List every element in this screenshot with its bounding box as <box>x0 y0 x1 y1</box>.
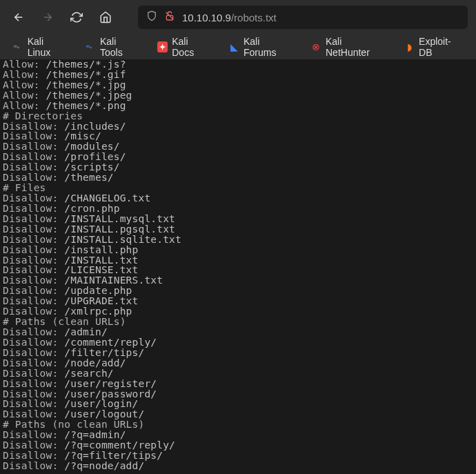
bookmark-label: Kali Linux <box>28 36 69 58</box>
home-icon <box>99 11 112 23</box>
exploit-icon: ◗ <box>404 41 415 52</box>
arrow-right-icon <box>41 11 54 23</box>
doc-icon: ✦ <box>157 41 168 52</box>
browser-toolbar: 10.10.10.9/robots.txt <box>0 0 476 34</box>
lock-insecure-icon <box>164 10 175 24</box>
dragon-icon: ᯓ <box>12 41 23 52</box>
home-button[interactable] <box>95 7 116 28</box>
hunter-icon: ⊗ <box>310 41 321 52</box>
bookmark-label: Kali Docs <box>172 36 212 58</box>
bookmark-kali-nethunter[interactable]: ⊗ Kali NetHunter <box>305 33 393 61</box>
bookmark-exploit-db[interactable]: ◗ Exploit-DB <box>398 33 469 61</box>
forum-icon: ◣ <box>228 41 239 52</box>
bookmark-kali-forums[interactable]: ◣ Kali Forums <box>223 33 299 61</box>
bookmarks-bar: ᯓ Kali Linux ᯓ Kali Tools ✦ Kali Docs ◣ … <box>0 34 476 59</box>
reload-button[interactable] <box>66 7 87 28</box>
url-bar[interactable]: 10.10.10.9/robots.txt <box>138 6 468 29</box>
bookmark-label: Exploit-DB <box>419 36 464 58</box>
forward-button[interactable] <box>37 7 58 28</box>
arrow-left-icon <box>12 11 25 23</box>
page-content: Allow: /themes/*.js? Allow: /themes/*.gi… <box>0 59 476 471</box>
bookmark-kali-tools[interactable]: ᯓ Kali Tools <box>79 33 146 61</box>
dragon-icon: ᯓ <box>85 41 96 52</box>
back-button[interactable] <box>8 7 29 28</box>
shield-icon <box>146 10 157 24</box>
url-text: 10.10.10.9/robots.txt <box>182 12 277 23</box>
reload-icon <box>70 11 83 23</box>
bookmark-label: Kali Forums <box>244 36 294 58</box>
bookmark-kali-docs[interactable]: ✦ Kali Docs <box>152 33 218 61</box>
bookmark-label: Kali Tools <box>100 36 141 58</box>
bookmark-kali-linux[interactable]: ᯓ Kali Linux <box>7 33 74 61</box>
bookmark-label: Kali NetHunter <box>326 36 387 58</box>
